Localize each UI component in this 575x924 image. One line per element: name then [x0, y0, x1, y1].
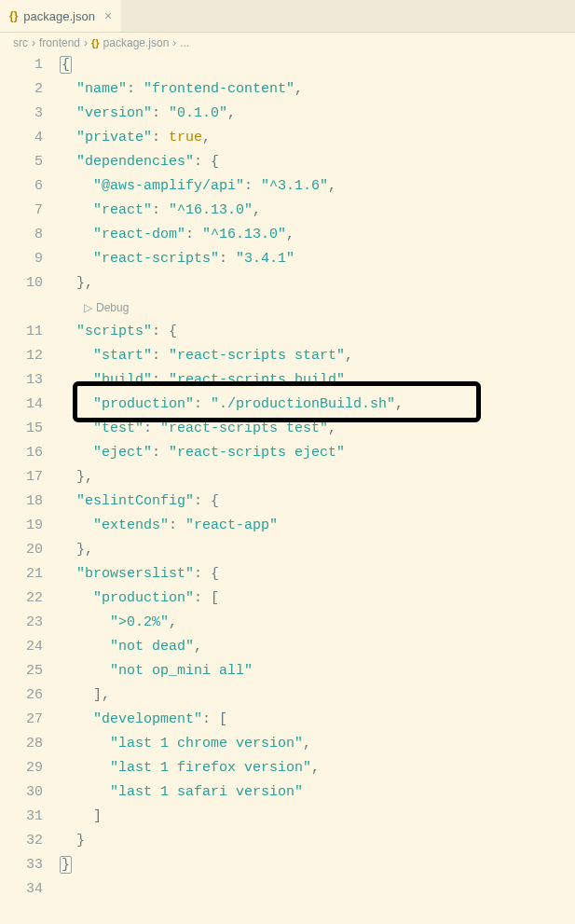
- json-value: "last 1 safari version": [110, 784, 303, 800]
- code-line[interactable]: "eject": "react-scripts eject": [60, 441, 575, 465]
- code-line[interactable]: "browserslist": {: [60, 562, 575, 586]
- tab-label: package.json: [23, 9, 95, 23]
- json-key: "development": [93, 711, 202, 727]
- line-number: 12: [0, 344, 43, 368]
- json-value: "^16.13.0": [169, 202, 253, 218]
- json-value: "react-scripts start": [169, 348, 345, 364]
- json-value: "frontend-content": [144, 81, 294, 97]
- code-line[interactable]: "react-dom": "^16.13.0",: [60, 223, 575, 247]
- line-number: 30: [0, 780, 43, 805]
- json-icon: {}: [91, 37, 100, 48]
- code-line[interactable]: ">0.2%",: [60, 611, 575, 635]
- json-value: "./productionBuild.sh": [211, 396, 395, 412]
- code-area[interactable]: { "name": "frontend-content", "version":…: [60, 53, 575, 902]
- line-number: 5: [0, 150, 43, 174]
- code-line[interactable]: [60, 877, 575, 902]
- code-line[interactable]: },: [60, 465, 575, 490]
- code-line[interactable]: "version": "0.1.0",: [60, 102, 575, 126]
- code-line[interactable]: ],: [60, 683, 575, 708]
- code-line[interactable]: "production": [: [60, 586, 575, 611]
- debug-codelens[interactable]: ▷Debug: [60, 296, 575, 320]
- json-key: "@aws-amplify/api": [93, 178, 244, 194]
- json-key: "production": [93, 590, 194, 606]
- line-number: 29: [0, 756, 43, 780]
- line-number: 28: [0, 732, 43, 756]
- line-number: 11: [0, 320, 43, 344]
- line-number: 20: [0, 538, 43, 562]
- line-number: 34: [0, 877, 43, 902]
- code-line[interactable]: ]: [60, 805, 575, 829]
- json-key: "react-scripts": [93, 251, 219, 267]
- editor[interactable]: 1 2 3 4 5 6 7 8 9 10 11 12 13 14 15 16 1…: [0, 53, 575, 902]
- code-line[interactable]: "last 1 chrome version",: [60, 732, 575, 756]
- line-number: 31: [0, 805, 43, 829]
- play-icon: ▷: [84, 296, 92, 320]
- json-key: "private": [76, 130, 152, 145]
- json-key: "start": [93, 348, 152, 364]
- breadcrumb[interactable]: src › frontend › {} package.json › ...: [0, 33, 575, 53]
- breadcrumb-item[interactable]: frontend: [39, 36, 80, 49]
- json-value: "3.4.1": [236, 251, 294, 267]
- breadcrumb-item[interactable]: src: [13, 36, 28, 49]
- code-line[interactable]: "react-scripts": "3.4.1": [60, 247, 575, 271]
- line-number: 19: [0, 514, 43, 538]
- json-key: "dependencies": [76, 154, 194, 170]
- line-number: 27: [0, 708, 43, 732]
- line-number: 9: [0, 247, 43, 271]
- code-line[interactable]: "production": "./productionBuild.sh",: [60, 393, 575, 417]
- close-brace: }: [60, 856, 72, 874]
- code-line[interactable]: "start": "react-scripts start",: [60, 344, 575, 368]
- code-line[interactable]: }: [60, 829, 575, 853]
- line-number: 21: [0, 562, 43, 586]
- line-number: 6: [0, 174, 43, 199]
- json-key: "scripts": [76, 324, 152, 339]
- line-number: 15: [0, 417, 43, 441]
- breadcrumb-item[interactable]: ...: [180, 36, 189, 49]
- code-line[interactable]: "private": true,: [60, 126, 575, 150]
- line-number: 7: [0, 199, 43, 223]
- json-value: "react-app": [185, 517, 278, 533]
- json-value: true: [169, 130, 202, 145]
- tab-package-json[interactable]: {} package.json ×: [0, 0, 122, 32]
- line-number: 22: [0, 586, 43, 611]
- line-number: 18: [0, 490, 43, 514]
- code-line[interactable]: "last 1 safari version": [60, 780, 575, 805]
- json-key: "production": [93, 396, 194, 412]
- code-line[interactable]: },: [60, 538, 575, 562]
- tab-bar: {} package.json ×: [0, 0, 575, 33]
- line-number: 10: [0, 271, 43, 296]
- json-key: "version": [76, 105, 152, 121]
- open-brace: {: [60, 56, 72, 74]
- code-line[interactable]: }: [60, 853, 575, 877]
- code-line[interactable]: "react": "^16.13.0",: [60, 199, 575, 223]
- line-number: 8: [0, 223, 43, 247]
- code-line[interactable]: "extends": "react-app": [60, 514, 575, 538]
- code-line[interactable]: "scripts": {: [60, 320, 575, 344]
- code-line[interactable]: "dependencies": {: [60, 150, 575, 174]
- json-value: "react-scripts eject": [169, 445, 345, 461]
- code-line[interactable]: "build": "react-scripts build",: [60, 368, 575, 393]
- code-line[interactable]: "test": "react-scripts test",: [60, 417, 575, 441]
- chevron-right-icon: ›: [172, 36, 176, 49]
- json-value: "last 1 chrome version": [110, 736, 303, 752]
- json-key: "build": [93, 372, 152, 388]
- line-number: 23: [0, 611, 43, 635]
- code-line[interactable]: "eslintConfig": {: [60, 490, 575, 514]
- breadcrumb-item[interactable]: package.json: [103, 36, 170, 49]
- close-icon[interactable]: ×: [104, 8, 112, 23]
- line-number: 1: [0, 53, 43, 77]
- json-value: "0.1.0": [169, 105, 227, 121]
- json-key: "eject": [93, 445, 152, 461]
- code-line[interactable]: "name": "frontend-content",: [60, 77, 575, 102]
- code-line[interactable]: },: [60, 271, 575, 296]
- code-line[interactable]: "not op_mini all": [60, 659, 575, 683]
- code-line[interactable]: "last 1 firefox version",: [60, 756, 575, 780]
- code-line[interactable]: {: [60, 53, 575, 77]
- code-line[interactable]: "@aws-amplify/api": "^3.1.6",: [60, 174, 575, 199]
- code-line[interactable]: "development": [: [60, 708, 575, 732]
- codelens-gutter: [0, 296, 43, 320]
- json-key: "react": [93, 202, 152, 218]
- json-key: "eslintConfig": [76, 493, 194, 509]
- code-line[interactable]: "not dead",: [60, 635, 575, 659]
- line-number: 33: [0, 853, 43, 877]
